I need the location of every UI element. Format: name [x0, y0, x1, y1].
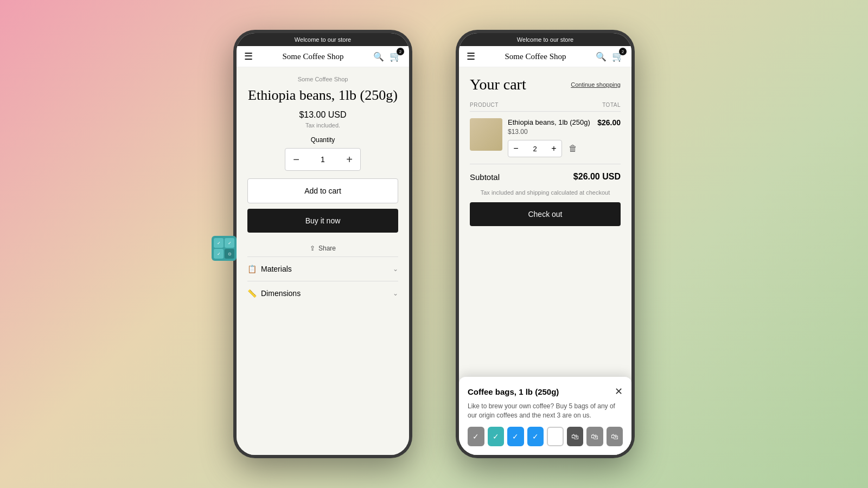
- banner-text-right: Welcome to our store: [517, 36, 573, 43]
- store-title-right: Some Coffee Shop: [475, 52, 596, 61]
- accordion-materials[interactable]: 📋 Materials ⌄: [247, 256, 398, 281]
- toast-icon-8: 🛍: [607, 427, 623, 446]
- toast-icon-6: 🛍: [567, 427, 584, 446]
- cart-item-details: Ethiopia beans, 1lb (250g) $13.00 − 2 + …: [508, 118, 592, 157]
- cart-item-image: [470, 118, 502, 151]
- buy-now-button[interactable]: Buy it now: [247, 209, 398, 233]
- right-phone: Welcome to our store ☰ Some Coffee Shop …: [456, 30, 635, 458]
- chevron-down-materials: ⌄: [393, 265, 398, 273]
- subtotal-value: $26.00 USD: [573, 172, 621, 182]
- toast-icon-4: ✓: [527, 427, 544, 446]
- cart-quantity-value: 2: [524, 145, 546, 153]
- toast-title: Coffee bags, 1 lb (250g): [468, 387, 559, 396]
- header-icons-left: 🔍 🛒 2: [373, 50, 401, 62]
- cart-tax-note: Tax included and shipping calculated at …: [470, 189, 621, 196]
- menu-icon-right[interactable]: ☰: [467, 50, 475, 62]
- store-title-left: Some Coffee Shop: [253, 52, 373, 61]
- banner-text-left: Welcome to our store: [295, 36, 351, 43]
- quantity-decrease[interactable]: −: [285, 149, 307, 170]
- toast-icon-2: ✓: [488, 427, 505, 446]
- search-icon-right[interactable]: 🔍: [596, 52, 607, 62]
- cart-item-total: $26.00: [597, 118, 621, 127]
- quantity-increase[interactable]: +: [339, 149, 360, 170]
- cart-item-unit-price: $13.00: [508, 128, 592, 136]
- store-header-right: ☰ Some Coffee Shop 🔍 🛒 2: [459, 46, 631, 67]
- left-phone-screen: Welcome to our store ☰ Some Coffee Shop …: [237, 33, 409, 455]
- subtotal-label: Subtotal: [470, 172, 500, 182]
- right-phone-screen: Welcome to our store ☰ Some Coffee Shop …: [459, 33, 631, 455]
- cart-content: Your cart Continue shopping PRODUCT TOTA…: [459, 67, 631, 455]
- product-title: Ethiopia beans, 1lb (250g): [247, 87, 398, 104]
- toast-icon-1: ✓: [468, 427, 484, 446]
- product-price: $13.00 USD: [247, 110, 398, 120]
- add-to-cart-button[interactable]: Add to cart: [247, 178, 398, 203]
- cart-badge-left[interactable]: 🛒 2: [390, 50, 401, 62]
- cart-count-left: 2: [397, 48, 404, 55]
- share-button[interactable]: ⇪ Share: [247, 240, 398, 256]
- cart-badge-right[interactable]: 🛒 2: [612, 50, 624, 62]
- toast-icons-row: ✓ ✓ ✓ ✓ 🛍 🛍 🛍: [468, 427, 623, 446]
- cart-title: Your cart: [470, 76, 526, 93]
- quantity-label: Quantity: [247, 136, 398, 144]
- cart-quantity-decrease[interactable]: −: [508, 140, 524, 157]
- store-banner-left: Welcome to our store: [237, 33, 409, 46]
- continue-shopping-link[interactable]: Continue shopping: [571, 81, 621, 88]
- header-icons-right: 🔍 🛒 2: [596, 50, 624, 62]
- store-header-left: ☰ Some Coffee Shop 🔍 🛒 2: [237, 46, 409, 67]
- toast-header: Coffee bags, 1 lb (250g) ✕: [468, 386, 623, 397]
- menu-icon-left[interactable]: ☰: [244, 50, 253, 62]
- product-tax: Tax included.: [247, 122, 398, 129]
- share-icon: ⇪: [310, 245, 315, 252]
- cart-quantity-control: − 2 +: [508, 140, 562, 157]
- cart-delete-button[interactable]: 🗑: [566, 143, 579, 155]
- cart-item-name: Ethiopia beans, 1lb (250g): [508, 118, 592, 126]
- toast-close-button[interactable]: ✕: [615, 386, 623, 397]
- accordion-dimensions[interactable]: 📏 Dimensions ⌄: [247, 281, 398, 305]
- overlay-icons: ✓ ✓ ✓ ⊙: [212, 236, 237, 261]
- clipboard-icon: 📋: [247, 265, 257, 273]
- toast-icon-7: 🛍: [586, 427, 603, 446]
- col-product: PRODUCT: [470, 102, 499, 108]
- product-content: Some Coffee Shop Ethiopia beans, 1lb (25…: [237, 67, 409, 455]
- toast-popup: Coffee bags, 1 lb (250g) ✕ Like to brew …: [459, 377, 631, 455]
- overlay-icon-3: ✓: [214, 249, 224, 259]
- cart-columns: PRODUCT TOTAL: [470, 102, 621, 112]
- dimensions-label: Dimensions: [261, 289, 301, 298]
- cart-count-right: 2: [619, 48, 627, 55]
- store-banner-right: Welcome to our store: [459, 33, 631, 46]
- cart-quantity-increase[interactable]: +: [546, 140, 561, 157]
- share-label: Share: [318, 245, 336, 252]
- left-phone: ✓ ✓ ✓ ⊙ Welcome to our store ☰ Some Coff…: [233, 30, 412, 458]
- cart-header-row: Your cart Continue shopping: [470, 76, 621, 93]
- quantity-control: − 1 +: [285, 148, 361, 171]
- col-total: TOTAL: [602, 102, 621, 108]
- ruler-icon: 📏: [247, 289, 257, 298]
- toast-body: Like to brew your own coffee? Buy 5 bags…: [468, 402, 623, 420]
- toast-icon-3: ✓: [507, 427, 524, 446]
- search-icon-left[interactable]: 🔍: [373, 52, 384, 62]
- product-brand: Some Coffee Shop: [247, 76, 398, 82]
- overlay-icon-1: ✓: [214, 238, 224, 248]
- quantity-value: 1: [307, 155, 339, 164]
- cart-item-row: Ethiopia beans, 1lb (250g) $13.00 − 2 + …: [470, 118, 621, 157]
- materials-label: Materials: [261, 265, 292, 273]
- checkout-button[interactable]: Check out: [470, 202, 621, 226]
- chevron-down-dimensions: ⌄: [393, 290, 398, 297]
- overlay-icon-2: ✓: [225, 238, 234, 248]
- overlay-icon-4: ⊙: [225, 249, 234, 259]
- cart-subtotal-row: Subtotal $26.00 USD: [470, 164, 621, 189]
- toast-icon-5: [547, 427, 564, 446]
